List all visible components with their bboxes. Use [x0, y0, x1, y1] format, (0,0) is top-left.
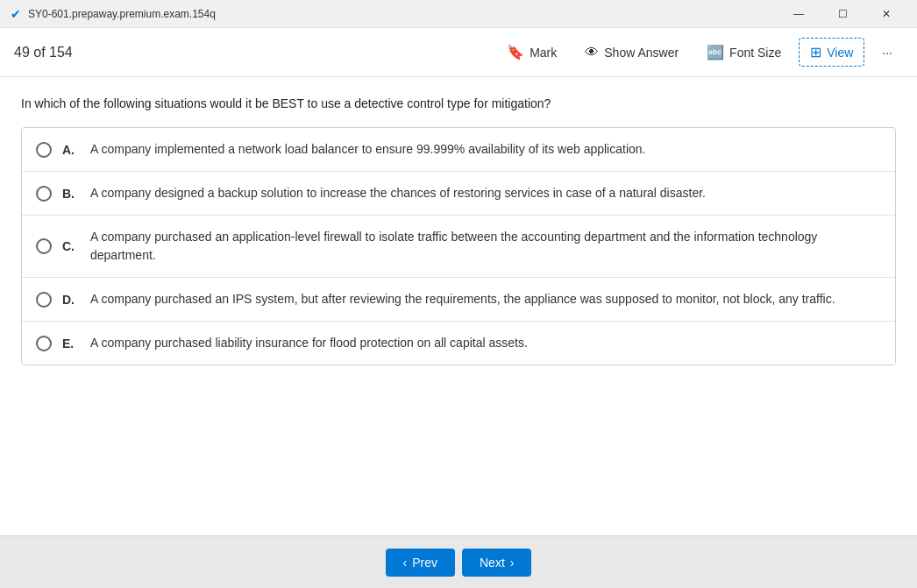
next-chevron-icon: ›: [510, 556, 515, 570]
radio-a[interactable]: [36, 142, 52, 158]
question-counter: 49 of 154: [14, 45, 73, 60]
app-icon: ✔: [11, 7, 21, 21]
option-a[interactable]: A. A company implemented a network load …: [22, 128, 895, 172]
main-content: In which of the following situations wou…: [0, 77, 917, 535]
radio-e[interactable]: [36, 336, 52, 351]
show-answer-button[interactable]: 👁 Show Answer: [574, 39, 689, 66]
font-icon: 🔤: [707, 44, 724, 60]
radio-d[interactable]: [36, 292, 52, 308]
option-text-b: A company designed a backup solution to …: [90, 184, 706, 202]
option-label-d: D.: [62, 293, 80, 307]
option-c[interactable]: C. A company purchased an application-le…: [22, 216, 895, 278]
radio-c[interactable]: [36, 238, 52, 254]
toolbar-actions: 🔖 Mark 👁 Show Answer 🔤 Font Size ⊞ View …: [496, 38, 903, 67]
option-b[interactable]: B. A company designed a backup solution …: [22, 172, 895, 216]
title-bar-left: ✔ SY0-601.prepaway.premium.exam.154q: [11, 7, 216, 21]
view-label: View: [827, 46, 853, 60]
option-e[interactable]: E. A company purchased liability insuran…: [22, 322, 895, 365]
eye-icon: 👁: [585, 45, 599, 60]
option-label-a: A.: [62, 143, 80, 157]
bookmark-icon: 🔖: [507, 44, 524, 60]
view-button[interactable]: ⊞ View: [799, 38, 864, 67]
next-button[interactable]: Next ›: [462, 549, 531, 577]
option-label-b: B.: [62, 187, 80, 201]
options-container: A. A company implemented a network load …: [21, 127, 896, 365]
prev-button[interactable]: ‹ Prev: [386, 549, 455, 577]
minimize-button[interactable]: —: [778, 0, 819, 28]
font-size-label: Font Size: [729, 46, 781, 60]
option-text-a: A company implemented a network load bal…: [90, 140, 645, 159]
more-button[interactable]: ···: [871, 40, 903, 65]
option-text-c: A company purchased an application-level…: [90, 228, 881, 265]
next-label: Next: [480, 556, 505, 570]
prev-chevron-icon: ‹: [403, 556, 408, 570]
option-label-e: E.: [62, 337, 80, 351]
option-text-e: A company purchased liability insurance …: [90, 334, 528, 352]
close-button[interactable]: ✕: [866, 0, 906, 28]
option-label-c: C.: [62, 239, 80, 253]
toolbar: 49 of 154 🔖 Mark 👁 Show Answer 🔤 Font Si…: [0, 28, 917, 77]
view-icon: ⊞: [810, 44, 821, 60]
mark-label: Mark: [530, 46, 557, 60]
bottom-bar: ‹ Prev Next ›: [0, 535, 917, 588]
window-controls: — ☐ ✕: [778, 0, 906, 28]
show-answer-label: Show Answer: [604, 46, 679, 60]
radio-b[interactable]: [36, 186, 52, 202]
more-label: ···: [882, 46, 892, 60]
option-d[interactable]: D. A company purchased an IPS system, bu…: [22, 278, 895, 322]
prev-label: Prev: [412, 556, 437, 570]
title-bar: ✔ SY0-601.prepaway.premium.exam.154q — ☐…: [0, 0, 917, 28]
option-text-d: A company purchased an IPS system, but a…: [90, 290, 835, 308]
window-title: SY0-601.prepaway.premium.exam.154q: [28, 8, 216, 20]
question-text: In which of the following situations wou…: [21, 95, 896, 113]
font-size-button[interactable]: 🔤 Font Size: [696, 39, 792, 66]
mark-button[interactable]: 🔖 Mark: [496, 39, 567, 66]
maximize-button[interactable]: ☐: [822, 0, 863, 28]
